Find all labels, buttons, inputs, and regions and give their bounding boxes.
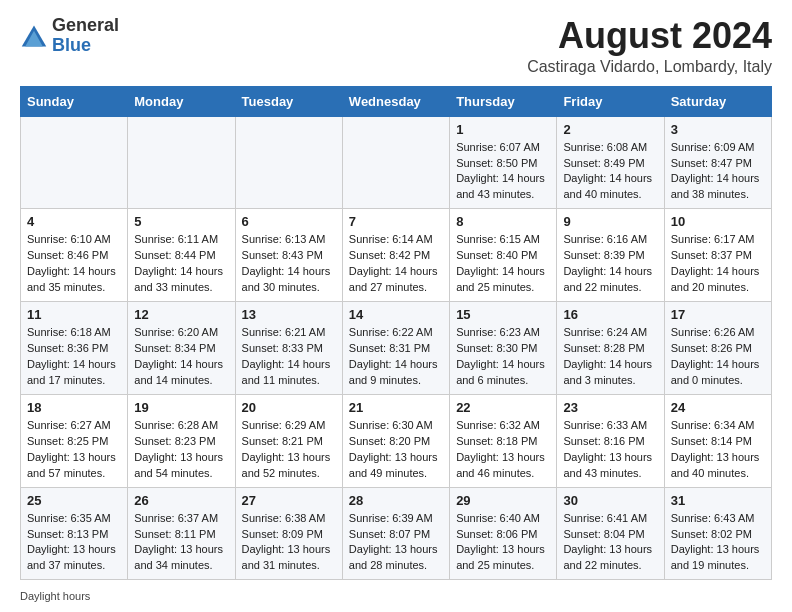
day-info: Sunrise: 6:16 AMSunset: 8:39 PMDaylight:… <box>563 232 657 296</box>
day-number: 4 <box>27 214 121 229</box>
day-info: Sunrise: 6:07 AMSunset: 8:50 PMDaylight:… <box>456 140 550 204</box>
day-cell: 31Sunrise: 6:43 AMSunset: 8:02 PMDayligh… <box>664 487 771 580</box>
day-cell <box>235 116 342 209</box>
day-info: Sunrise: 6:30 AMSunset: 8:20 PMDaylight:… <box>349 418 443 482</box>
day-number: 2 <box>563 122 657 137</box>
day-number: 15 <box>456 307 550 322</box>
day-info: Sunrise: 6:35 AMSunset: 8:13 PMDaylight:… <box>27 511 121 575</box>
day-cell: 14Sunrise: 6:22 AMSunset: 8:31 PMDayligh… <box>342 302 449 395</box>
day-cell: 24Sunrise: 6:34 AMSunset: 8:14 PMDayligh… <box>664 394 771 487</box>
week-row-4: 18Sunrise: 6:27 AMSunset: 8:25 PMDayligh… <box>21 394 772 487</box>
day-cell: 26Sunrise: 6:37 AMSunset: 8:11 PMDayligh… <box>128 487 235 580</box>
day-cell: 22Sunrise: 6:32 AMSunset: 8:18 PMDayligh… <box>450 394 557 487</box>
day-number: 31 <box>671 493 765 508</box>
day-cell: 30Sunrise: 6:41 AMSunset: 8:04 PMDayligh… <box>557 487 664 580</box>
day-number: 25 <box>27 493 121 508</box>
header: General Blue August 2024 Castiraga Vidar… <box>20 16 772 76</box>
day-number: 9 <box>563 214 657 229</box>
day-cell: 19Sunrise: 6:28 AMSunset: 8:23 PMDayligh… <box>128 394 235 487</box>
day-number: 30 <box>563 493 657 508</box>
day-number: 11 <box>27 307 121 322</box>
day-cell: 20Sunrise: 6:29 AMSunset: 8:21 PMDayligh… <box>235 394 342 487</box>
day-info: Sunrise: 6:09 AMSunset: 8:47 PMDaylight:… <box>671 140 765 204</box>
header-cell-tuesday: Tuesday <box>235 86 342 116</box>
day-number: 27 <box>242 493 336 508</box>
day-info: Sunrise: 6:27 AMSunset: 8:25 PMDaylight:… <box>27 418 121 482</box>
day-cell: 4Sunrise: 6:10 AMSunset: 8:46 PMDaylight… <box>21 209 128 302</box>
day-cell: 8Sunrise: 6:15 AMSunset: 8:40 PMDaylight… <box>450 209 557 302</box>
day-cell <box>128 116 235 209</box>
day-number: 6 <box>242 214 336 229</box>
day-cell: 12Sunrise: 6:20 AMSunset: 8:34 PMDayligh… <box>128 302 235 395</box>
day-info: Sunrise: 6:24 AMSunset: 8:28 PMDaylight:… <box>563 325 657 389</box>
day-cell: 7Sunrise: 6:14 AMSunset: 8:42 PMDaylight… <box>342 209 449 302</box>
day-cell <box>21 116 128 209</box>
day-number: 12 <box>134 307 228 322</box>
day-info: Sunrise: 6:21 AMSunset: 8:33 PMDaylight:… <box>242 325 336 389</box>
day-number: 18 <box>27 400 121 415</box>
day-info: Sunrise: 6:32 AMSunset: 8:18 PMDaylight:… <box>456 418 550 482</box>
header-cell-sunday: Sunday <box>21 86 128 116</box>
day-info: Sunrise: 6:10 AMSunset: 8:46 PMDaylight:… <box>27 232 121 296</box>
day-cell: 1Sunrise: 6:07 AMSunset: 8:50 PMDaylight… <box>450 116 557 209</box>
footer-label: Daylight hours <box>20 590 772 602</box>
calendar-table: SundayMondayTuesdayWednesdayThursdayFrid… <box>20 86 772 581</box>
day-number: 14 <box>349 307 443 322</box>
day-cell: 15Sunrise: 6:23 AMSunset: 8:30 PMDayligh… <box>450 302 557 395</box>
day-cell: 21Sunrise: 6:30 AMSunset: 8:20 PMDayligh… <box>342 394 449 487</box>
day-number: 19 <box>134 400 228 415</box>
week-row-5: 25Sunrise: 6:35 AMSunset: 8:13 PMDayligh… <box>21 487 772 580</box>
day-info: Sunrise: 6:23 AMSunset: 8:30 PMDaylight:… <box>456 325 550 389</box>
day-info: Sunrise: 6:08 AMSunset: 8:49 PMDaylight:… <box>563 140 657 204</box>
subtitle: Castiraga Vidardo, Lombardy, Italy <box>527 58 772 76</box>
day-info: Sunrise: 6:37 AMSunset: 8:11 PMDaylight:… <box>134 511 228 575</box>
day-cell: 28Sunrise: 6:39 AMSunset: 8:07 PMDayligh… <box>342 487 449 580</box>
day-number: 29 <box>456 493 550 508</box>
logo-text: General Blue <box>52 16 119 56</box>
week-row-2: 4Sunrise: 6:10 AMSunset: 8:46 PMDaylight… <box>21 209 772 302</box>
header-cell-friday: Friday <box>557 86 664 116</box>
day-info: Sunrise: 6:38 AMSunset: 8:09 PMDaylight:… <box>242 511 336 575</box>
day-cell: 9Sunrise: 6:16 AMSunset: 8:39 PMDaylight… <box>557 209 664 302</box>
day-cell: 16Sunrise: 6:24 AMSunset: 8:28 PMDayligh… <box>557 302 664 395</box>
day-number: 21 <box>349 400 443 415</box>
day-number: 10 <box>671 214 765 229</box>
day-number: 8 <box>456 214 550 229</box>
day-info: Sunrise: 6:15 AMSunset: 8:40 PMDaylight:… <box>456 232 550 296</box>
day-number: 24 <box>671 400 765 415</box>
day-cell: 18Sunrise: 6:27 AMSunset: 8:25 PMDayligh… <box>21 394 128 487</box>
day-info: Sunrise: 6:43 AMSunset: 8:02 PMDaylight:… <box>671 511 765 575</box>
calendar-header: SundayMondayTuesdayWednesdayThursdayFrid… <box>21 86 772 116</box>
header-cell-thursday: Thursday <box>450 86 557 116</box>
day-number: 22 <box>456 400 550 415</box>
day-number: 1 <box>456 122 550 137</box>
day-info: Sunrise: 6:26 AMSunset: 8:26 PMDaylight:… <box>671 325 765 389</box>
day-cell: 13Sunrise: 6:21 AMSunset: 8:33 PMDayligh… <box>235 302 342 395</box>
logo: General Blue <box>20 16 119 56</box>
day-info: Sunrise: 6:29 AMSunset: 8:21 PMDaylight:… <box>242 418 336 482</box>
day-info: Sunrise: 6:14 AMSunset: 8:42 PMDaylight:… <box>349 232 443 296</box>
day-cell: 17Sunrise: 6:26 AMSunset: 8:26 PMDayligh… <box>664 302 771 395</box>
header-cell-monday: Monday <box>128 86 235 116</box>
day-number: 3 <box>671 122 765 137</box>
day-cell: 2Sunrise: 6:08 AMSunset: 8:49 PMDaylight… <box>557 116 664 209</box>
day-number: 5 <box>134 214 228 229</box>
day-number: 28 <box>349 493 443 508</box>
header-cell-saturday: Saturday <box>664 86 771 116</box>
day-info: Sunrise: 6:39 AMSunset: 8:07 PMDaylight:… <box>349 511 443 575</box>
day-info: Sunrise: 6:34 AMSunset: 8:14 PMDaylight:… <box>671 418 765 482</box>
day-cell: 29Sunrise: 6:40 AMSunset: 8:06 PMDayligh… <box>450 487 557 580</box>
day-info: Sunrise: 6:41 AMSunset: 8:04 PMDaylight:… <box>563 511 657 575</box>
day-cell: 25Sunrise: 6:35 AMSunset: 8:13 PMDayligh… <box>21 487 128 580</box>
day-info: Sunrise: 6:18 AMSunset: 8:36 PMDaylight:… <box>27 325 121 389</box>
day-number: 7 <box>349 214 443 229</box>
day-info: Sunrise: 6:13 AMSunset: 8:43 PMDaylight:… <box>242 232 336 296</box>
day-cell: 5Sunrise: 6:11 AMSunset: 8:44 PMDaylight… <box>128 209 235 302</box>
day-number: 13 <box>242 307 336 322</box>
day-cell: 6Sunrise: 6:13 AMSunset: 8:43 PMDaylight… <box>235 209 342 302</box>
day-cell: 11Sunrise: 6:18 AMSunset: 8:36 PMDayligh… <box>21 302 128 395</box>
day-cell: 3Sunrise: 6:09 AMSunset: 8:47 PMDaylight… <box>664 116 771 209</box>
day-info: Sunrise: 6:22 AMSunset: 8:31 PMDaylight:… <box>349 325 443 389</box>
header-row: SundayMondayTuesdayWednesdayThursdayFrid… <box>21 86 772 116</box>
calendar-body: 1Sunrise: 6:07 AMSunset: 8:50 PMDaylight… <box>21 116 772 580</box>
